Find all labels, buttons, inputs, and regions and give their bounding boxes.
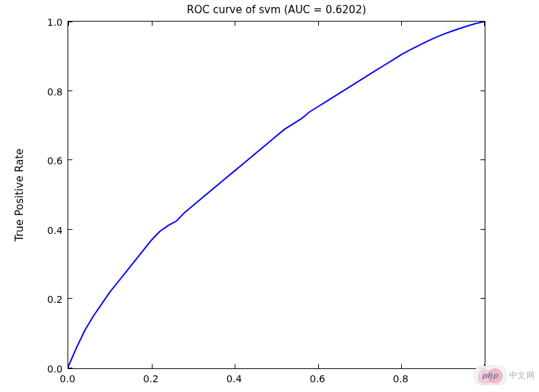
- chart-title: ROC curve of svm (AUC = 0.6202): [68, 3, 485, 16]
- y-axis-label-wrapper: True Positive Rate: [13, 21, 26, 369]
- ytick-label: 0.6: [42, 155, 63, 166]
- ytick-label: 0.2: [42, 294, 63, 305]
- xtick-label: 0.4: [226, 373, 242, 384]
- ytick-label: 0.4: [42, 225, 63, 236]
- xtick-label: 0.8: [393, 373, 408, 384]
- roc-svg: [68, 22, 485, 368]
- plot-area: [68, 21, 485, 369]
- chart-stage: ROC curve of svm (AUC = 0.6202) True Pos…: [0, 0, 539, 392]
- watermark-tail-text: 中文网: [509, 370, 536, 382]
- xtick-label: 0.6: [310, 373, 325, 384]
- ytick-label: 0.8: [42, 86, 63, 97]
- watermark-badge: php: [474, 366, 506, 385]
- ytick-label: 0.0: [42, 363, 63, 375]
- roc-curve: [68, 22, 485, 367]
- y-axis-label: True Positive Rate: [13, 148, 26, 242]
- watermark: php 中文网: [474, 366, 536, 385]
- watermark-php-text: php: [482, 371, 499, 380]
- xtick-label: 0.0: [60, 373, 75, 384]
- xtick-label: 0.2: [143, 373, 158, 384]
- ytick-label: 1.0: [42, 17, 63, 28]
